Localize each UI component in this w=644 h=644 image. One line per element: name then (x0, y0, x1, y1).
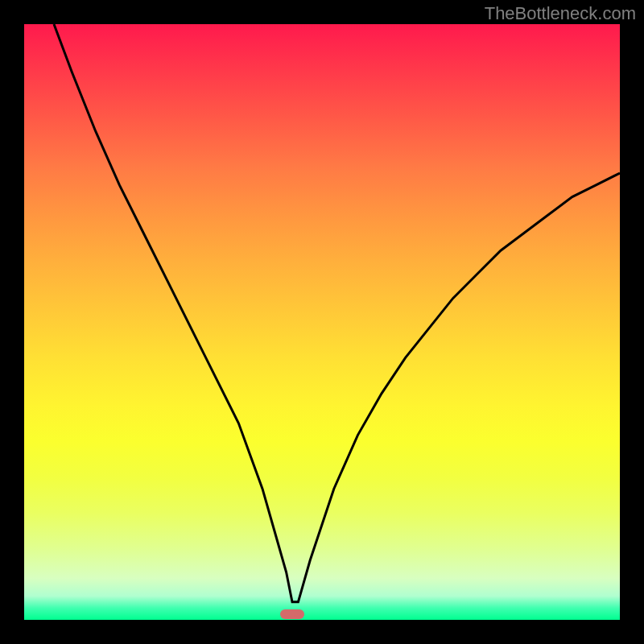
bottleneck-curve (54, 24, 620, 602)
watermark-text: TheBottleneck.com (485, 3, 636, 24)
optimum-marker (280, 609, 304, 619)
curve-svg (24, 24, 620, 620)
plot-area (24, 24, 620, 620)
chart-frame: TheBottleneck.com (0, 0, 644, 644)
